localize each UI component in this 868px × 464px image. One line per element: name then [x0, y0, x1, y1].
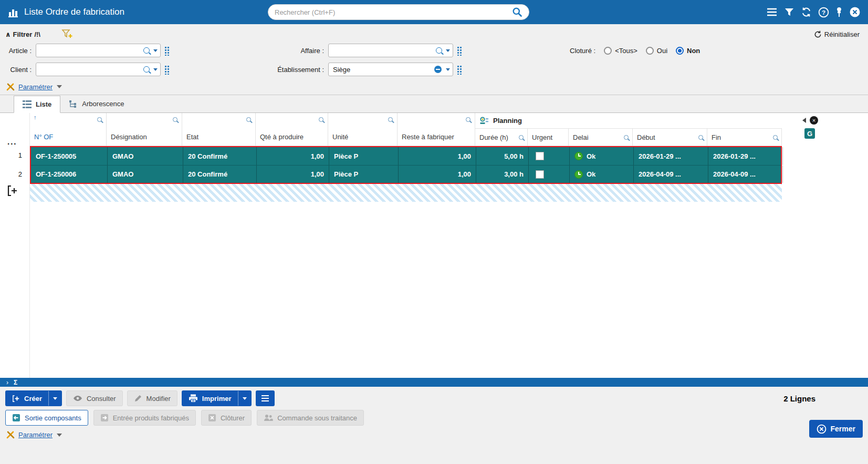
- creer-button[interactable]: Créer: [5, 390, 62, 406]
- col-header-qte[interactable]: Qté à produire: [256, 113, 328, 146]
- urgent-checkbox[interactable]: [536, 152, 544, 160]
- funnel-add-icon[interactable]: [61, 29, 73, 39]
- cell-duree[interactable]: 5,00 h: [476, 147, 529, 165]
- group-badge[interactable]: G: [804, 128, 815, 139]
- radio-non[interactable]: [676, 47, 684, 55]
- col-header-unite[interactable]: Unité: [328, 113, 398, 146]
- pin-icon[interactable]: [835, 7, 843, 17]
- cell-nof[interactable]: OF-1-250006: [31, 166, 108, 183]
- client-options-dots-icon[interactable]: [164, 65, 169, 75]
- imprimer-dropdown[interactable]: [238, 391, 251, 406]
- cell-unite[interactable]: Pièce P: [329, 147, 399, 165]
- cell-reste[interactable]: 1,00: [399, 166, 476, 183]
- affaire-options-dots-icon[interactable]: [456, 46, 462, 56]
- col-header-fin[interactable]: Fin: [707, 129, 782, 146]
- summary-bar[interactable]: › Σ: [0, 378, 868, 387]
- col-header-delai[interactable]: Delai: [569, 129, 633, 146]
- article-field[interactable]: [36, 44, 161, 57]
- table-row[interactable]: OF-1-250005 GMAO 20 Confirmé 1,00 Pièce …: [31, 147, 781, 165]
- column-search-icon[interactable]: [466, 117, 470, 122]
- cell-debut[interactable]: 2026-04-09 ...: [634, 166, 708, 183]
- column-search-icon[interactable]: [698, 135, 703, 140]
- menu-icon[interactable]: [766, 7, 778, 17]
- cloture-option-non[interactable]: Non: [676, 47, 700, 55]
- help-icon[interactable]: ?: [818, 7, 829, 18]
- urgent-checkbox[interactable]: [536, 170, 544, 179]
- cell-etat[interactable]: 20 Confirmé: [183, 166, 257, 183]
- more-actions-button[interactable]: [256, 390, 275, 406]
- imprimer-button[interactable]: Imprimer: [182, 390, 252, 406]
- etablissement-field[interactable]: [328, 63, 453, 76]
- fermer-button[interactable]: Fermer: [809, 420, 863, 438]
- row-number[interactable]: 2: [0, 164, 29, 183]
- cell-qte[interactable]: 1,00: [257, 166, 329, 183]
- commande-sous-traitance-button[interactable]: Commande sous traitance: [257, 410, 364, 426]
- etablissement-dropdown-icon[interactable]: [446, 68, 450, 71]
- cell-designation[interactable]: GMAO: [108, 147, 183, 165]
- sort-asc-icon[interactable]: ↑: [34, 115, 37, 120]
- affaire-input[interactable]: [333, 47, 436, 55]
- filter-icon[interactable]: [784, 7, 794, 17]
- col-header-duree[interactable]: Durée (h): [475, 129, 528, 146]
- cell-debut[interactable]: 2026-01-29 ...: [634, 147, 708, 165]
- client-field[interactable]: [36, 63, 161, 76]
- column-search-icon[interactable]: [519, 135, 524, 140]
- cloture-option-oui[interactable]: Oui: [646, 47, 667, 55]
- column-search-icon[interactable]: [97, 117, 102, 122]
- close-panel-icon[interactable]: ×: [810, 116, 818, 125]
- column-search-icon[interactable]: [624, 135, 629, 140]
- sync-icon[interactable]: [801, 7, 812, 17]
- collapse-left-icon[interactable]: [802, 118, 806, 123]
- consulter-button[interactable]: Consulter: [66, 390, 123, 406]
- cell-designation[interactable]: GMAO: [108, 166, 183, 183]
- etablissement-input[interactable]: [333, 66, 434, 74]
- radio-oui[interactable]: [646, 47, 654, 55]
- affaire-search-icon[interactable]: [436, 47, 442, 54]
- cloture-option-tous[interactable]: <Tous>: [604, 47, 637, 55]
- global-search[interactable]: [268, 4, 529, 20]
- entree-produits-button[interactable]: Entrée produits fabriqués: [93, 410, 196, 426]
- cell-delai[interactable]: Ok: [570, 147, 634, 165]
- client-search-icon[interactable]: [143, 66, 150, 73]
- etablissement-options-dots-icon[interactable]: [456, 65, 462, 75]
- column-search-icon[interactable]: [319, 117, 323, 122]
- cell-nof[interactable]: OF-1-250005: [31, 147, 108, 165]
- affaire-dropdown-icon[interactable]: [446, 49, 450, 52]
- col-header-designation[interactable]: Désignation: [107, 113, 182, 146]
- col-header-nof[interactable]: ↑ N° OF: [30, 113, 107, 146]
- col-header-debut[interactable]: Début: [633, 129, 707, 146]
- cell-duree[interactable]: 3,00 h: [476, 166, 529, 183]
- tab-liste[interactable]: Liste: [14, 96, 60, 113]
- cell-fin[interactable]: 2026-04-09 ...: [708, 166, 783, 183]
- parametrer-link[interactable]: Paramétrer: [18, 83, 53, 91]
- article-options-dots-icon[interactable]: [164, 46, 169, 56]
- column-search-icon[interactable]: [773, 135, 778, 140]
- row-options-button[interactable]: ...: [7, 139, 17, 145]
- cloturer-button[interactable]: Clôturer: [201, 410, 252, 426]
- cell-delai[interactable]: Ok: [570, 166, 634, 183]
- chevron-down-icon[interactable]: [57, 434, 62, 437]
- parametrer-top[interactable]: Paramétrer: [5, 79, 863, 95]
- affaire-field[interactable]: [328, 44, 453, 57]
- col-header-reste[interactable]: Reste à fabriquer: [398, 113, 475, 146]
- creer-dropdown[interactable]: [48, 391, 61, 406]
- add-row-icon[interactable]: [0, 184, 29, 199]
- cell-reste[interactable]: 1,00: [399, 147, 476, 165]
- col-header-etat[interactable]: Etat: [182, 113, 256, 146]
- new-row-placeholder[interactable]: [30, 184, 782, 202]
- search-icon[interactable]: [512, 7, 522, 17]
- column-search-icon[interactable]: [173, 117, 177, 122]
- cell-unite[interactable]: Pièce P: [329, 166, 399, 183]
- table-row[interactable]: OF-1-250006 GMAO 20 Confirmé 1,00 Pièce …: [31, 165, 781, 183]
- row-number[interactable]: 1: [0, 146, 29, 164]
- radio-tous[interactable]: [604, 47, 612, 55]
- parametrer-link[interactable]: Paramétrer: [18, 431, 53, 439]
- col-header-urgent[interactable]: Urgent: [528, 129, 569, 146]
- chevron-down-icon[interactable]: [57, 85, 62, 88]
- etablissement-clear-icon[interactable]: [434, 65, 442, 74]
- cell-etat[interactable]: 20 Confirmé: [183, 147, 257, 165]
- cell-qte[interactable]: 1,00: [257, 147, 329, 165]
- parametrer-bottom[interactable]: Paramétrer: [5, 431, 863, 439]
- column-search-icon[interactable]: [246, 117, 251, 122]
- modifier-button[interactable]: Modifier: [127, 390, 177, 406]
